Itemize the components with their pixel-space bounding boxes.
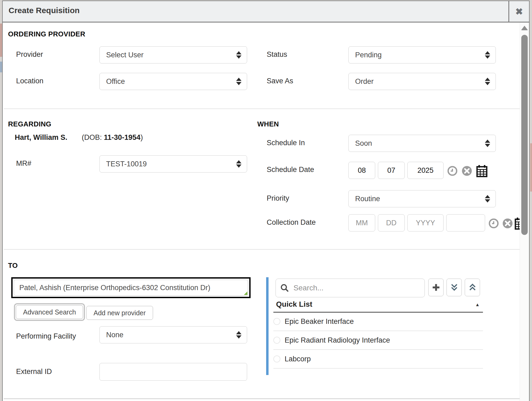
collapse-all-button[interactable] <box>465 279 480 296</box>
directory-search-box <box>276 279 425 297</box>
provider-select[interactable]: Select User <box>99 46 247 63</box>
close-icon: ✖ <box>515 6 523 17</box>
select-caret-icon <box>236 331 241 339</box>
radio-icon[interactable] <box>273 318 280 325</box>
section-divider <box>4 108 520 109</box>
location-label: Location <box>16 77 43 85</box>
quick-list-heading: Quick List <box>276 300 312 309</box>
schedule-date-month-input[interactable] <box>348 162 375 179</box>
schedule-in-select[interactable]: Soon <box>348 135 496 152</box>
directory-accent-bar <box>266 277 269 375</box>
priority-label: Priority <box>267 194 289 203</box>
schedule-time-clock-icon[interactable] <box>447 166 458 176</box>
resize-handle[interactable] <box>244 291 247 295</box>
to-provider-value: Patel, Ashish (Enterprise Orthopedics-63… <box>19 284 210 292</box>
performing-facility-select[interactable]: None <box>99 326 247 343</box>
add-to-list-button[interactable] <box>428 279 444 296</box>
schedule-date-label: Schedule Date <box>267 166 314 174</box>
quick-list-item[interactable]: Epic Radiant Radiology Interface <box>273 331 483 350</box>
select-caret-icon <box>485 51 490 59</box>
save-as-label: Save As <box>267 77 293 85</box>
quick-list-item-label: Labcorp <box>285 355 311 363</box>
plus-icon <box>431 283 441 292</box>
save-as-select[interactable]: Order <box>348 73 496 90</box>
patient-dob: (DOB: 11-30-1954) <box>82 133 143 142</box>
schedule-date-day-input[interactable] <box>378 162 405 179</box>
schedule-date-calendar-icon[interactable] <box>476 164 488 177</box>
priority-select-value: Routine <box>355 195 380 203</box>
external-id-input[interactable] <box>99 363 247 381</box>
dialog-header: Create Requisition ✖ <box>3 1 529 23</box>
select-caret-icon <box>485 195 490 203</box>
when-heading: WHEN <box>257 120 279 128</box>
scrollbar-up-arrow-icon[interactable] <box>521 26 528 30</box>
schedule-in-label: Schedule In <box>267 139 305 147</box>
dialog-title: Create Requisition <box>9 6 80 15</box>
collection-date-clear-icon[interactable] <box>502 218 513 229</box>
page-background-left-accent <box>0 24 2 57</box>
quick-list-item-label: Epic Radiant Radiology Interface <box>285 336 390 344</box>
advanced-search-label: Advanced Search <box>23 308 76 316</box>
status-select-value: Pending <box>355 51 382 59</box>
collection-date-year-input[interactable] <box>407 214 444 231</box>
mr-label: MR# <box>16 159 31 168</box>
schedule-date-year-input[interactable] <box>407 162 444 179</box>
status-label: Status <box>267 50 287 59</box>
close-button[interactable]: ✖ <box>508 1 529 22</box>
performing-facility-select-value: None <box>106 331 124 339</box>
performing-facility-label: Performing Facility <box>16 330 78 342</box>
bottom-divider <box>4 398 520 399</box>
location-select[interactable]: Office <box>99 73 247 90</box>
patient-name: Hart, William S. <box>15 133 67 142</box>
scrollbar[interactable] <box>520 23 529 401</box>
quick-list-collapse-icon[interactable]: ▲ <box>475 302 480 308</box>
directory-search-input[interactable] <box>293 283 420 293</box>
to-provider-combobox-inner: Patel, Ashish (Enterprise Orthopedics-63… <box>14 280 248 296</box>
to-provider-combobox[interactable]: Patel, Ashish (Enterprise Orthopedics-63… <box>11 277 251 298</box>
search-icon <box>280 283 289 293</box>
collection-date-month-input[interactable] <box>348 214 375 231</box>
collection-time-clock-icon[interactable] <box>488 218 499 229</box>
regarding-heading: REGARDING <box>8 120 51 128</box>
add-new-provider-label: Add new provider <box>94 309 146 317</box>
schedule-date-clear-icon[interactable] <box>462 166 472 176</box>
page-background-right-accent <box>530 143 532 192</box>
scrollbar-thumb[interactable] <box>521 35 528 235</box>
mr-select[interactable]: TEST-10019 <box>99 155 247 173</box>
add-new-provider-button[interactable]: Add new provider <box>86 306 153 320</box>
priority-select[interactable]: Routine <box>348 190 496 207</box>
collection-date-label: Collection Date <box>267 218 316 227</box>
section-divider <box>4 249 520 250</box>
collection-time-input[interactable] <box>446 214 485 231</box>
provider-select-value: Select User <box>106 51 144 59</box>
provider-label: Provider <box>16 50 43 59</box>
create-requisition-dialog: Create Requisition ✖ ORDERING PROVIDER P… <box>2 1 530 401</box>
radio-icon[interactable] <box>273 337 280 344</box>
mr-select-value: TEST-10019 <box>106 160 147 168</box>
dob-value: 11-30-1954 <box>104 133 141 141</box>
double-chevron-up-icon <box>468 283 477 292</box>
expand-all-button[interactable] <box>447 279 462 296</box>
ordering-provider-heading: ORDERING PROVIDER <box>8 30 85 38</box>
status-select[interactable]: Pending <box>348 46 496 63</box>
dob-prefix: (DOB: <box>82 133 104 141</box>
advanced-search-button-focus-ring: Advanced Search <box>14 303 85 321</box>
page-background-left-accent2 <box>0 62 2 72</box>
dob-suffix: ) <box>140 133 143 141</box>
select-caret-icon <box>236 160 241 168</box>
location-select-value: Office <box>106 77 125 86</box>
collection-date-day-input[interactable] <box>378 214 405 231</box>
quick-list-item[interactable]: Labcorp <box>273 350 483 369</box>
quick-list-item[interactable]: Epic Beaker Interface <box>273 312 483 331</box>
save-as-select-value: Order <box>355 77 374 86</box>
radio-icon[interactable] <box>273 355 280 362</box>
to-heading: TO <box>8 261 18 270</box>
external-id-label: External ID <box>16 368 52 376</box>
select-caret-icon <box>485 78 490 85</box>
select-caret-icon <box>236 51 241 59</box>
select-caret-icon <box>485 140 490 147</box>
quick-list-item-label: Epic Beaker Interface <box>285 317 354 326</box>
schedule-in-select-value: Soon <box>355 139 372 148</box>
double-chevron-down-icon <box>449 283 459 292</box>
advanced-search-button[interactable]: Advanced Search <box>16 305 83 319</box>
